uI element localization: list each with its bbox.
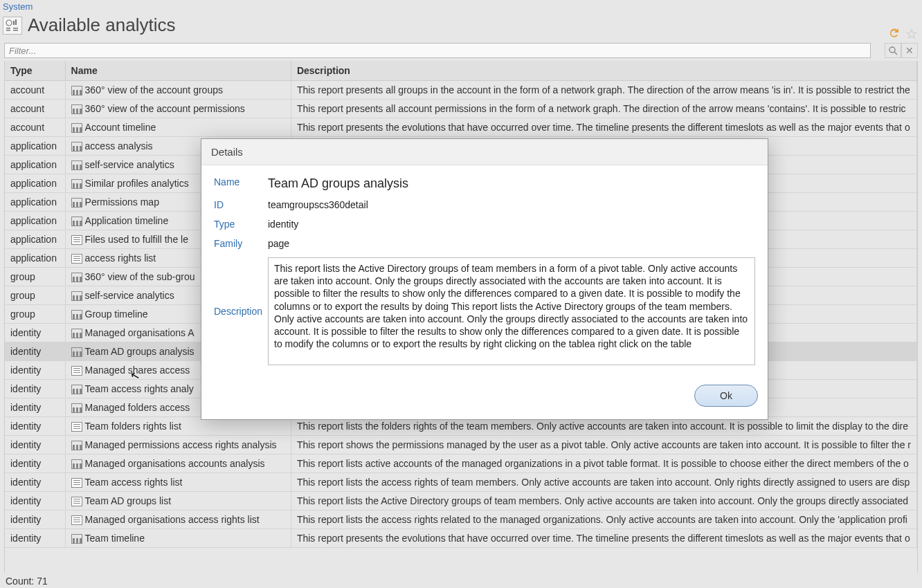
table-row[interactable]: accountAccount timelineThis report prese… — [5, 118, 917, 137]
cell-name: 360° view of the account permissions — [65, 100, 291, 118]
svg-point-7 — [889, 47, 895, 53]
table-row[interactable]: account360° view of the account permissi… — [5, 100, 917, 118]
cell-desc: This report presents all account permiss… — [291, 100, 916, 118]
document-icon — [71, 515, 82, 525]
detail-description[interactable]: This report lists the Active Directory g… — [268, 257, 755, 365]
detail-name: Team AD groups analysis — [268, 176, 408, 191]
document-icon — [71, 478, 82, 488]
cell-name: Account timeline — [65, 118, 291, 137]
cell-type: identity — [5, 529, 65, 548]
chart-icon — [71, 160, 82, 170]
cell-name: Managed permissions access rights analys… — [65, 436, 291, 454]
cell-type: identity — [5, 436, 65, 454]
cell-name: Managed organisations access rights list — [65, 511, 291, 529]
chart-icon — [71, 142, 82, 151]
details-dialog: Details Name Team AD groups analysis ID … — [201, 138, 768, 420]
chart-icon — [71, 347, 82, 357]
label-family: Family — [214, 238, 268, 249]
chart-icon — [71, 459, 82, 469]
detail-id: teamgroupscs360detail — [268, 199, 368, 210]
svg-line-8 — [894, 52, 897, 55]
cell-type: group — [5, 305, 65, 324]
cell-type: identity — [5, 417, 65, 436]
cell-desc: This report presents the evolutions that… — [291, 529, 916, 548]
detail-family: page — [268, 238, 289, 249]
ok-button[interactable]: Ok — [694, 385, 758, 407]
chart-icon — [71, 123, 82, 133]
cell-type: application — [5, 212, 65, 230]
svg-rect-3 — [6, 28, 10, 29]
chart-icon — [71, 104, 82, 114]
cell-type: identity — [5, 324, 65, 342]
cell-type: identity — [5, 511, 65, 529]
table-row[interactable]: identityTeam access rights listThis repo… — [5, 473, 917, 492]
dialog-title: Details — [201, 139, 768, 165]
table-row[interactable]: identityTeam timelineThis report present… — [5, 529, 917, 548]
svg-rect-6 — [13, 30, 18, 31]
cell-type: group — [5, 268, 65, 286]
col-header-type[interactable]: Type — [5, 61, 65, 81]
cell-type: identity — [5, 342, 65, 361]
label-desc: Description — [214, 306, 268, 317]
chart-icon — [71, 291, 82, 301]
cell-desc: This report lists the Active Directory g… — [291, 492, 916, 511]
cell-type: account — [5, 118, 65, 137]
label-type: Type — [214, 219, 268, 230]
cell-desc: This report shows the permissions manage… — [291, 436, 916, 454]
col-header-desc[interactable]: Description — [291, 61, 916, 81]
cell-type: application — [5, 230, 65, 249]
system-link[interactable]: System — [0, 0, 922, 13]
chart-icon — [71, 385, 82, 394]
table-row[interactable]: account360° view of the account groupsTh… — [5, 81, 917, 100]
detail-type: identity — [268, 219, 298, 230]
chart-icon — [71, 329, 82, 338]
document-icon — [71, 254, 82, 264]
svg-rect-5 — [13, 28, 18, 29]
chart-icon — [71, 179, 82, 189]
cell-name: Team AD groups list — [65, 492, 291, 511]
chart-icon — [71, 403, 82, 413]
cell-type: application — [5, 156, 65, 174]
filter-input[interactable] — [4, 43, 871, 58]
cell-desc: This report presents all groups in the a… — [291, 81, 916, 100]
cell-name: Team access rights list — [65, 473, 291, 492]
svg-rect-1 — [13, 21, 15, 25]
cell-type: identity — [5, 454, 65, 473]
cell-type: application — [5, 193, 65, 212]
cell-type: identity — [5, 380, 65, 398]
document-icon — [71, 422, 82, 432]
cell-name: Managed organisations accounts analysis — [65, 454, 291, 473]
svg-point-0 — [6, 20, 12, 26]
cell-desc: This report presents the evolutions that… — [291, 118, 916, 137]
row-count: Count: 71 — [6, 576, 48, 587]
cell-name: 360° view of the account groups — [65, 81, 291, 100]
cell-type: application — [5, 249, 65, 268]
table-row[interactable]: identityManaged organisations access rig… — [5, 511, 917, 529]
svg-rect-4 — [6, 30, 10, 31]
search-icon[interactable] — [885, 43, 901, 58]
cell-type: identity — [5, 473, 65, 492]
cell-type: account — [5, 100, 65, 118]
cell-type: application — [5, 174, 65, 193]
page-title: Available analytics — [28, 15, 175, 36]
cell-type: identity — [5, 398, 65, 417]
label-id: ID — [214, 199, 268, 210]
clear-filter-icon[interactable]: ✕ — [901, 43, 918, 58]
col-header-name[interactable]: Name — [65, 61, 291, 81]
document-icon — [71, 235, 82, 245]
document-icon — [71, 497, 82, 506]
chart-icon — [71, 198, 82, 208]
chart-icon — [71, 310, 82, 320]
cell-type: group — [5, 286, 65, 305]
label-name: Name — [214, 176, 268, 187]
table-row[interactable]: identityTeam AD groups listThis report l… — [5, 492, 917, 511]
chart-icon — [71, 217, 82, 226]
table-row[interactable]: identityManaged permissions access right… — [5, 436, 917, 454]
cell-name: Team timeline — [65, 529, 291, 548]
cell-type: application — [5, 137, 65, 156]
cell-type: identity — [5, 492, 65, 511]
analytics-icon — [3, 17, 22, 35]
cell-type: account — [5, 81, 65, 100]
cell-desc: This report lists the access rights of t… — [291, 473, 916, 492]
table-row[interactable]: identityManaged organisations accounts a… — [5, 454, 917, 473]
